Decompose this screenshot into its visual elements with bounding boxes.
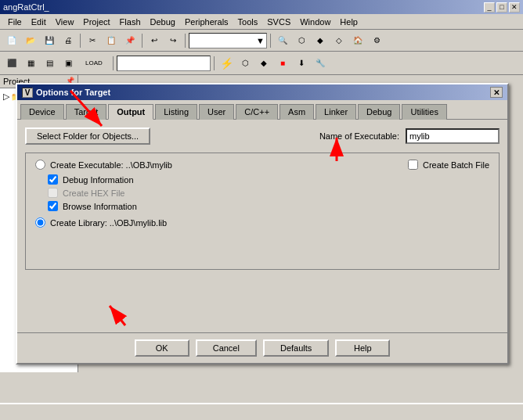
create-library-label: Create Library: ..\OBJ\mylib.lib — [50, 218, 167, 228]
tb-dropdown-arrow: ▼ — [256, 36, 265, 45]
menu-peripherals[interactable]: Peripherals — [180, 16, 233, 28]
tb-redo[interactable]: ↪ — [164, 32, 182, 49]
tb-new[interactable]: 📄 — [3, 32, 20, 49]
tb2-stop[interactable]: ■ — [274, 55, 291, 72]
close-btn[interactable]: ✕ — [509, 2, 520, 13]
bottom-buttons: OK Cancel Defaults Help — [17, 332, 507, 363]
create-hex-checkbox[interactable] — [48, 188, 58, 198]
help-btn[interactable]: Help — [335, 339, 390, 357]
browse-info-checkbox[interactable] — [48, 201, 58, 211]
tab-asm[interactable]: Asm — [280, 104, 314, 120]
name-executable-row: Name of Executable: — [319, 128, 500, 144]
top-row: Select Folder for Objects... Name of Exe… — [25, 127, 500, 145]
tb2-b1[interactable]: ⬛ — [3, 55, 20, 72]
tb-b5[interactable]: ⚙ — [368, 32, 385, 49]
menu-project[interactable]: Project — [78, 16, 114, 28]
menu-tools[interactable]: Tools — [233, 16, 263, 28]
tab-output[interactable]: Output — [108, 104, 153, 120]
sep3 — [185, 34, 186, 48]
defaults-btn[interactable]: Defaults — [263, 339, 329, 357]
tb2-rebuild[interactable]: ◆ — [255, 55, 272, 72]
menu-edit[interactable]: Edit — [27, 16, 51, 28]
select-folder-btn[interactable]: Select Folder for Objects... — [25, 127, 150, 145]
tb2-b2[interactable]: ▦ — [22, 55, 39, 72]
sep6 — [214, 56, 215, 70]
tab-linker[interactable]: Linker — [316, 104, 356, 120]
debug-info-label: Debug Information — [63, 175, 134, 185]
tab-user[interactable]: User — [199, 104, 234, 120]
browse-info-label: Browse Information — [63, 202, 137, 211]
menu-bar: File Edit View Project Flash Debug Perip… — [0, 14, 523, 30]
menu-file[interactable]: File — [3, 16, 27, 28]
sep1 — [80, 34, 81, 48]
name-executable-input[interactable] — [406, 128, 500, 144]
tb2-b3[interactable]: ▤ — [41, 55, 58, 72]
dialog-titlebar: V Options for Target ✕ — [17, 84, 507, 100]
create-library-row: Create Library: ..\OBJ\mylib.lib — [35, 217, 489, 228]
sep2 — [142, 34, 142, 48]
create-batch-label: Create Batch File — [423, 160, 489, 170]
tb-b1[interactable]: ⬡ — [293, 32, 310, 49]
sep5 — [113, 56, 114, 70]
tb-save[interactable]: 💾 — [41, 32, 58, 49]
debug-info-checkbox[interactable] — [48, 174, 58, 185]
tab-cpp[interactable]: C/C++ — [236, 104, 278, 120]
tb-find[interactable]: 🔍 — [274, 32, 291, 49]
create-library-radio[interactable] — [35, 217, 45, 228]
tab-listing[interactable]: Listing — [155, 104, 197, 120]
tb2-build[interactable]: ⬡ — [236, 55, 254, 72]
toolbar-2: ⬛ ▦ ▤ ▣ LOAD ⚡ ⬡ ◆ ■ ⬇ 🔧 — [0, 52, 523, 75]
name-executable-label: Name of Executable: — [319, 131, 399, 141]
tb2-b5[interactable]: LOAD — [78, 55, 110, 72]
tb-dropdown[interactable]: ▼ — [189, 33, 267, 48]
tab-utilities[interactable]: Utilities — [402, 104, 446, 120]
tree-expand-icon: ▷ — [3, 92, 9, 102]
menu-window[interactable]: Window — [295, 16, 335, 28]
minimize-btn[interactable]: _ — [484, 2, 495, 13]
dialog-title-content: V Options for Target — [22, 88, 110, 98]
menu-debug[interactable]: Debug — [146, 16, 180, 28]
main-titlebar: angRatCtrl_ _ □ ✕ — [0, 0, 523, 14]
tab-target[interactable]: Target — [66, 104, 107, 120]
sep4 — [270, 34, 271, 48]
tb-b3[interactable]: ◇ — [330, 32, 348, 49]
options-group: Create Batch File Create Executable: ..\… — [25, 153, 500, 270]
menu-view[interactable]: View — [51, 16, 79, 28]
tb-undo[interactable]: ↩ — [146, 32, 163, 49]
tb-paste[interactable]: 📌 — [121, 32, 139, 49]
tb-b4[interactable]: 🏠 — [349, 32, 366, 49]
menu-svcs[interactable]: SVCS — [262, 16, 295, 28]
tab-debug[interactable]: Debug — [358, 104, 400, 120]
toolbar-1: 📄 📂 💾 🖨 ✂ 📋 📌 ↩ ↪ ▼ 🔍 ⬡ ◆ ◇ 🏠 ⚙ — [0, 30, 523, 52]
spacer — [25, 278, 500, 325]
tb2-b4[interactable]: ▣ — [60, 55, 77, 72]
dialog-body: Select Folder for Objects... Name of Exe… — [17, 120, 507, 332]
maximize-btn[interactable]: □ — [496, 2, 507, 13]
dialog-close-btn[interactable]: ✕ — [490, 87, 503, 98]
tab-device[interactable]: Device — [20, 104, 64, 120]
create-hex-label: Create HEX File — [63, 188, 124, 198]
cancel-btn[interactable]: Cancel — [196, 339, 257, 357]
status-bar — [0, 403, 523, 420]
menu-flash[interactable]: Flash — [115, 16, 146, 28]
ok-btn[interactable]: OK — [135, 339, 189, 357]
tb-copy[interactable]: 📋 — [103, 32, 120, 49]
browse-info-row: Browse Information — [48, 201, 489, 211]
tb2-download[interactable]: ⬇ — [293, 55, 310, 72]
tb2-settings[interactable]: 🔧 — [312, 55, 329, 72]
tb2-compile[interactable]: ⚡ — [218, 55, 235, 72]
create-batch-checkbox[interactable] — [408, 160, 418, 170]
tb2-target-select[interactable] — [117, 56, 211, 71]
options-dialog: V Options for Target ✕ Device Target Out… — [16, 83, 509, 364]
menu-help[interactable]: Help — [335, 16, 362, 28]
tb-cut[interactable]: ✂ — [84, 32, 101, 49]
dialog-title-text: Options for Target — [36, 88, 110, 97]
tab-bar: Device Target Output Listing User C/C++ … — [17, 100, 507, 120]
debug-info-row: Debug Information — [48, 174, 489, 185]
tb-open[interactable]: 📂 — [22, 32, 39, 49]
tb-b2[interactable]: ◆ — [312, 32, 329, 49]
create-executable-radio[interactable] — [35, 160, 45, 170]
batch-file-row: Create Batch File — [408, 160, 489, 170]
tb-save2[interactable]: 🖨 — [60, 32, 77, 49]
main-title: angRatCtrl_ — [3, 2, 49, 12]
